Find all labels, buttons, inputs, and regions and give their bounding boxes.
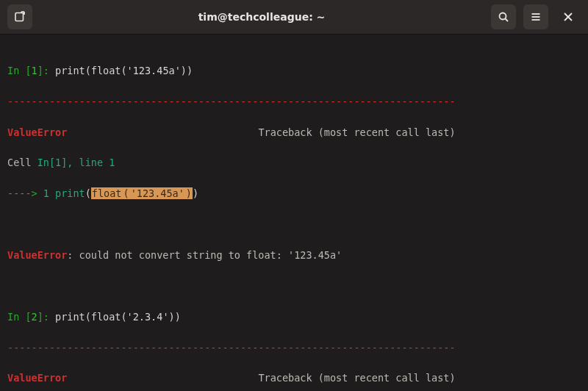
prompt-line: In [2]: print(float('2.3.4')) xyxy=(7,309,581,325)
error-message: ValueError: could not convert string to … xyxy=(7,248,581,263)
menu-button[interactable] xyxy=(523,4,548,29)
window-title: tim@techcolleague: ~ xyxy=(40,11,484,23)
terminal-output[interactable]: In [1]: print(float('123.45a')) --------… xyxy=(0,35,588,391)
svg-point-5 xyxy=(500,13,506,20)
traceback-header: ValueError Traceback (most recent call l… xyxy=(7,370,581,386)
svg-rect-0 xyxy=(15,13,24,21)
traceback-header: ValueError Traceback (most recent call l… xyxy=(7,125,581,140)
blank-line xyxy=(7,217,581,232)
titlebar: tim@techcolleague: ~ xyxy=(0,0,588,35)
new-tab-icon xyxy=(14,11,26,23)
close-icon xyxy=(563,12,573,22)
traceback-cell: Cell In[1], line 1 xyxy=(7,155,581,171)
menu-icon xyxy=(530,11,542,23)
svg-line-6 xyxy=(506,19,509,22)
search-button[interactable] xyxy=(491,4,516,29)
blank-line xyxy=(7,279,581,294)
new-tab-button[interactable] xyxy=(7,4,32,29)
close-button[interactable] xyxy=(556,4,581,29)
traceback-divider: ----------------------------------------… xyxy=(7,94,581,110)
prompt-line: In [1]: print(float('123.45a')) xyxy=(7,63,581,79)
traceback-divider: ----------------------------------------… xyxy=(7,340,581,356)
traceback-code: ----> 1 print(float('123.45a')) xyxy=(7,186,581,201)
search-icon xyxy=(498,11,509,23)
